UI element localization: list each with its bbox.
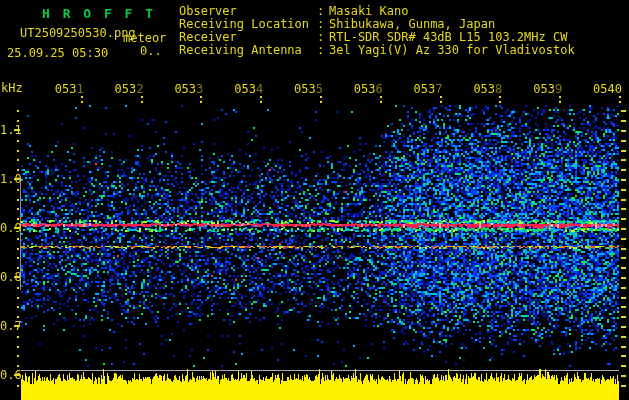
app-title: H R O F F T (42, 6, 156, 21)
metadata-label: Receiving Antenna (179, 44, 317, 57)
echo-counter: 0.. (140, 44, 162, 58)
freq-tick-label: 1.1 (0, 123, 22, 137)
metadata-value: 3el Yagi(V) Az 330 for Vladivostok (329, 44, 575, 57)
metadata-separator: : (317, 44, 329, 57)
freq-tick-label: 0.7 (0, 319, 22, 333)
mode-label: meteor (123, 31, 166, 45)
metadata-row-antenna: Receiving Antenna : 3el Yagi(V) Az 330 f… (179, 44, 575, 57)
freq-tick-label: 1.0 (0, 172, 22, 186)
time-tick-label: 0535 (294, 82, 323, 96)
spectrogram-canvas (0, 0, 629, 400)
time-tick-label: 0534 (234, 82, 263, 96)
metadata-table: Observer : Masaki Kano Receiving Locatio… (179, 5, 575, 57)
time-tick-label: 0533 (174, 82, 203, 96)
time-tick-label: 0531 (55, 82, 84, 96)
khz-axis-label: kHz (1, 81, 23, 95)
freq-tick-label: 0.8 (0, 270, 22, 284)
time-tick-label: 0538 (473, 82, 502, 96)
time-tick-label: 0540 (593, 82, 622, 96)
time-tick-label: 0537 (414, 82, 443, 96)
hrofft-screen: H R O F F T UT2509250530.png meteor 25.0… (0, 0, 629, 400)
freq-tick-label: 0.9 (0, 221, 22, 235)
time-tick-label: 0536 (354, 82, 383, 96)
capture-filename: UT2509250530.png (20, 26, 136, 40)
capture-datetime: 25.09.25 05:30 (7, 46, 108, 60)
time-tick-label: 0539 (533, 82, 562, 96)
time-tick-label: 0532 (115, 82, 144, 96)
freq-tick-label: 0.6 (0, 368, 22, 382)
